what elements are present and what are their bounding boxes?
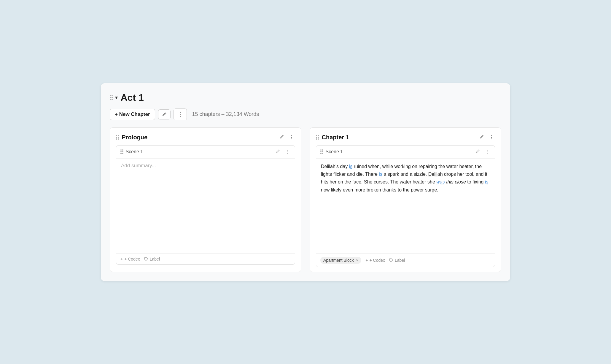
codex-label-prologue-1: + Codex bbox=[124, 257, 140, 261]
chapter-header-left-prologue: Prologue bbox=[116, 134, 147, 141]
scene-header-prologue-1: Scene 1 ⋮ bbox=[116, 146, 295, 159]
chapter-title-ch1: Chapter 1 bbox=[322, 134, 349, 141]
scene-header-left-prologue-1: Scene 1 bbox=[120, 149, 143, 154]
add-label-prologue-1[interactable]: Label bbox=[144, 257, 160, 261]
label-icon-ch1-1 bbox=[389, 258, 393, 262]
more-chapter-icon: ⋮ bbox=[289, 135, 294, 140]
edit-chapter-ch1-button[interactable] bbox=[478, 134, 485, 141]
edit-chapter-icon bbox=[280, 135, 284, 139]
scene-footer-ch1-1: Apartment Block × + + Codex Label bbox=[316, 253, 495, 267]
chapter-drag-handle-ch1[interactable] bbox=[316, 135, 319, 140]
act-drag-handle[interactable] bbox=[110, 95, 113, 100]
scene-drag-handle-prologue-1[interactable] bbox=[120, 149, 123, 154]
more-scene-prologue-1-button[interactable]: ⋮ bbox=[284, 149, 291, 155]
scene-header-left-ch1-1: Scene 1 bbox=[320, 149, 343, 154]
more-act-button[interactable]: ⋮ bbox=[174, 108, 187, 120]
act-collapse-chevron[interactable]: ▾ bbox=[115, 94, 118, 101]
highlight-is-3: is bbox=[485, 179, 489, 184]
edit-scene-icon bbox=[276, 149, 280, 153]
scene-body-prologue-1[interactable]: Add summary... bbox=[116, 159, 295, 253]
scene-card-prologue-1: Scene 1 ⋮ Add summary... bbox=[116, 145, 295, 265]
label-text-ch1-1: Label bbox=[395, 258, 405, 263]
chapter-header-prologue: Prologue ⋮ bbox=[116, 134, 295, 141]
remove-tag-apartment-block-button[interactable]: × bbox=[356, 258, 359, 262]
highlight-is-1: is bbox=[349, 164, 353, 169]
add-label-ch1-1[interactable]: Label bbox=[389, 258, 405, 263]
scene-header-right-ch1-1: ⋮ bbox=[475, 149, 491, 155]
edit-act-button[interactable] bbox=[158, 109, 171, 119]
chapters-grid: Prologue ⋮ bbox=[110, 127, 501, 272]
edit-scene-prologue-1-button[interactable] bbox=[275, 149, 281, 155]
more-scene-icon: ⋮ bbox=[285, 149, 289, 154]
highlight-is-2: is bbox=[379, 172, 382, 177]
chapter-header-right-prologue: ⋮ bbox=[279, 134, 295, 141]
chapter-header-right-ch1: ⋮ bbox=[478, 134, 495, 141]
act-toolbar: + New Chapter ⋮ 15 chapters – 32,134 Wor… bbox=[110, 108, 501, 120]
scene-footer-prologue-1: + + Codex Label bbox=[116, 253, 295, 264]
label-icon-prologue-1 bbox=[144, 257, 148, 261]
chapter-drag-handle-prologue[interactable] bbox=[116, 135, 119, 140]
scene-title-prologue-1: Scene 1 bbox=[126, 149, 143, 154]
chapter-card-ch1: Chapter 1 ⋮ bbox=[310, 127, 501, 272]
plus-codex-ch1-icon: + bbox=[365, 258, 368, 263]
more-ch1-icon: ⋮ bbox=[489, 135, 494, 140]
underline-delilah: Delilah bbox=[428, 172, 443, 177]
edit-scene-ch1-1-button[interactable] bbox=[475, 149, 481, 155]
act-title: Act 1 bbox=[121, 92, 144, 103]
add-codex-prologue-1[interactable]: + + Codex bbox=[120, 257, 140, 261]
more-chapter-prologue-button[interactable]: ⋮ bbox=[288, 134, 295, 141]
chapter-header-ch1: Chapter 1 ⋮ bbox=[316, 134, 495, 141]
edit-ch1-icon bbox=[480, 135, 484, 139]
edit-chapter-prologue-button[interactable] bbox=[279, 134, 285, 141]
scene-body-ch1-1[interactable]: Delilah's day is ruined when, while work… bbox=[316, 159, 495, 253]
more-scene-ch1-icon: ⋮ bbox=[485, 149, 489, 154]
scene-drag-handle-ch1-1[interactable] bbox=[320, 149, 323, 154]
add-codex-ch1-1[interactable]: + + Codex bbox=[365, 258, 385, 263]
edit-icon bbox=[162, 112, 167, 117]
more-scene-ch1-1-button[interactable]: ⋮ bbox=[483, 149, 491, 155]
chapter-header-left-ch1: Chapter 1 bbox=[316, 134, 349, 141]
highlight-was: was bbox=[436, 179, 445, 184]
scene-title-ch1-1: Scene 1 bbox=[326, 149, 343, 154]
tag-chip-apartment-block: Apartment Block × bbox=[320, 257, 361, 264]
tag-name-apartment-block: Apartment Block bbox=[323, 258, 354, 263]
chapter-title-prologue: Prologue bbox=[122, 134, 148, 141]
main-card: ▾ Act 1 + New Chapter ⋮ 15 chapters – 32… bbox=[101, 83, 510, 281]
scene-header-ch1-1: Scene 1 ⋮ bbox=[316, 146, 495, 159]
label-text-prologue-1: Label bbox=[150, 257, 160, 261]
scene-placeholder-prologue-1: Add summary... bbox=[121, 163, 156, 168]
scene-text-ch1-1: Delilah's day is ruined when, while work… bbox=[321, 163, 490, 194]
more-icon: ⋮ bbox=[177, 111, 183, 118]
new-chapter-button[interactable]: + New Chapter bbox=[110, 109, 155, 120]
plus-codex-icon: + bbox=[120, 257, 123, 261]
scene-card-ch1-1: Scene 1 ⋮ Del bbox=[316, 145, 495, 267]
act-stats: 15 chapters – 32,134 Words bbox=[192, 111, 259, 117]
more-chapter-ch1-button[interactable]: ⋮ bbox=[488, 134, 495, 141]
act-header: ▾ Act 1 bbox=[110, 92, 501, 103]
scene-header-right-prologue-1: ⋮ bbox=[275, 149, 291, 155]
edit-scene-ch1-icon bbox=[476, 149, 480, 153]
codex-label-ch1-1: + Codex bbox=[370, 258, 385, 263]
chapter-card-prologue: Prologue ⋮ bbox=[110, 127, 301, 272]
